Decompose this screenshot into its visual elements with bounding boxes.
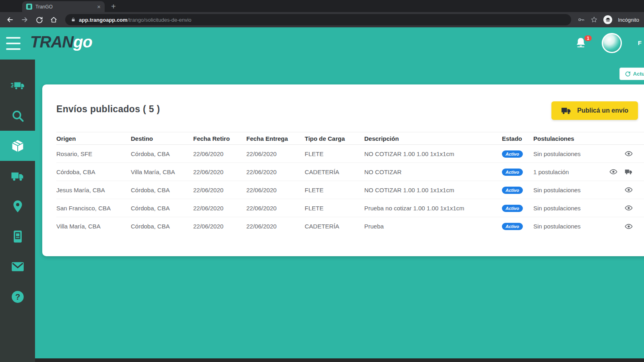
reload-button[interactable] [34,14,44,25]
shipments-table: OrigenDestinoFecha RetiroFecha EntregaTi… [56,132,644,235]
shipments-card: Envíos publicados ( 5 ) Publicá un envío… [42,84,644,256]
app-header: TRANgo 1 F [0,27,644,60]
sidebar-item-fast-shipments[interactable] [0,70,35,101]
cell-actions [600,204,644,212]
map-pin-icon [11,200,25,213]
cell-estado: Activo [502,168,533,176]
view-button[interactable] [625,222,633,230]
cell-fecha-retiro: 22/06/2020 [193,223,246,230]
sidebar-item-search[interactable] [0,101,35,131]
cell-tipo-carga: FLETE [305,205,364,212]
key-icon[interactable] [578,16,585,23]
bookmark-star-icon[interactable] [590,16,598,23]
eye-icon [625,150,633,158]
column-header-postulaciones: Postulaciones [533,135,600,142]
menu-hamburger-icon[interactable] [6,37,21,50]
cell-fecha-retiro: 22/06/2020 [193,205,246,212]
table-body: Rosario, SFECórdoba, CBA22/06/202022/06/… [56,145,644,235]
cell-fecha-entrega: 22/06/2020 [246,169,305,175]
sidebar-item-locations[interactable] [0,191,35,221]
cell-descripcion: NO COTIZAR [364,169,502,175]
browser-tab[interactable]: TranGO × [22,1,105,12]
app-logo: TRANgo [30,33,92,51]
sidebar-item-help[interactable]: ? [0,282,35,312]
view-button[interactable] [625,204,633,212]
cell-fecha-retiro: 22/06/2020 [193,150,246,157]
sidebar-item-packages[interactable] [0,131,35,161]
status-badge: Activo [502,205,523,212]
search-icon [11,109,25,123]
url-bar[interactable]: app.trangoapp.com/trango/solicitudes-de-… [65,14,571,25]
table-row: Jesus María, CBACórdoba, CBA22/06/202022… [56,181,644,199]
cell-descripcion: Prueba [364,223,502,230]
cell-descripcion: NO COTIZAR 1.00 1.00 1x1x1cm [364,150,502,157]
cell-estado: Activo [502,204,533,212]
incognito-label: Incógnito [618,17,639,23]
cell-destino: Córdoba, CBA [131,187,193,193]
truck-fast-icon [11,79,25,93]
eye-icon [609,168,617,176]
browser-tabstrip: TranGO × + [0,0,644,12]
avatar[interactable] [602,33,622,53]
postulations-button[interactable] [625,168,633,176]
envelope-icon [11,260,25,274]
tab-close-icon[interactable]: × [97,4,101,10]
sidebar-item-transport[interactable] [0,161,35,191]
cell-fecha-entrega: 22/06/2020 [246,205,305,212]
cell-actions [600,186,644,194]
home-button[interactable] [48,14,59,25]
sidebar-nav: ? [0,60,35,362]
cell-postulaciones: Sin postulaciones [533,205,600,212]
cell-destino: Córdoba, CBA [131,205,193,212]
view-button[interactable] [609,168,617,176]
table-header-row: OrigenDestinoFecha RetiroFecha EntregaTi… [56,132,644,145]
lock-icon [71,17,76,22]
cell-origen: Jesus María, CBA [56,187,131,193]
view-button[interactable] [625,186,633,194]
toolbar-right: Incógnito [578,15,639,24]
forward-button[interactable] [19,14,30,25]
eye-icon [625,222,633,230]
cell-fecha-entrega: 22/06/2020 [246,187,305,193]
cell-actions [600,150,644,158]
notifications-button[interactable]: 1 [575,36,588,51]
svg-text:?: ? [15,292,20,301]
table-row: Córdoba, CBAVilla María, CBA22/06/202022… [56,163,644,181]
new-tab-button[interactable]: + [111,1,116,12]
package-icon [11,139,25,153]
publish-shipment-button[interactable]: Publicá un envío [551,101,638,120]
help-icon: ? [11,290,25,304]
cell-postulaciones: Sin postulaciones [533,150,600,157]
sidebar-item-receipts[interactable] [0,221,35,251]
cell-destino: Villa María, CBA [131,169,193,175]
bottom-bar [35,358,644,362]
refresh-button[interactable]: Actualizar [619,68,644,80]
tab-title: TranGO [35,4,94,10]
cell-postulaciones: Sin postulaciones [533,187,600,193]
column-header-fecha-entrega: Fecha Entrega [246,135,305,142]
logo-part1: TRAN [30,33,73,51]
cell-tipo-carga: CADETERÍA [305,223,364,230]
incognito-icon [603,15,612,24]
column-header-estado: Estado [502,135,533,142]
status-badge: Activo [502,169,523,176]
cell-fecha-retiro: 22/06/2020 [193,169,246,175]
sidebar-item-messages[interactable] [0,251,35,282]
mobile-icon [11,230,25,243]
cell-tipo-carga: FLETE [305,150,364,157]
table-row: Villa María, CBACórdoba, CBA22/06/202022… [56,217,644,235]
column-header-destino: Destino [131,135,193,142]
cell-descripcion: Prueba no cotizar 1.00 1.00 1x1x1cm [364,205,502,212]
status-badge: Activo [502,223,523,230]
cell-tipo-carga: CADETERÍA [305,169,364,175]
view-button[interactable] [625,150,633,158]
column-header-descripci-n: Descripción [364,135,502,142]
cell-origen: San Francisco, CBA [56,205,131,212]
back-button[interactable] [5,14,15,25]
page-title: Envíos publicados ( 5 ) [56,104,160,115]
refresh-label: Actualizar [633,71,644,77]
url-domain: app.trangoapp.com [79,17,128,23]
cell-destino: Córdoba, CBA [131,223,193,230]
browser-toolbar: app.trangoapp.com/trango/solicitudes-de-… [0,12,644,27]
eye-icon [625,186,633,194]
